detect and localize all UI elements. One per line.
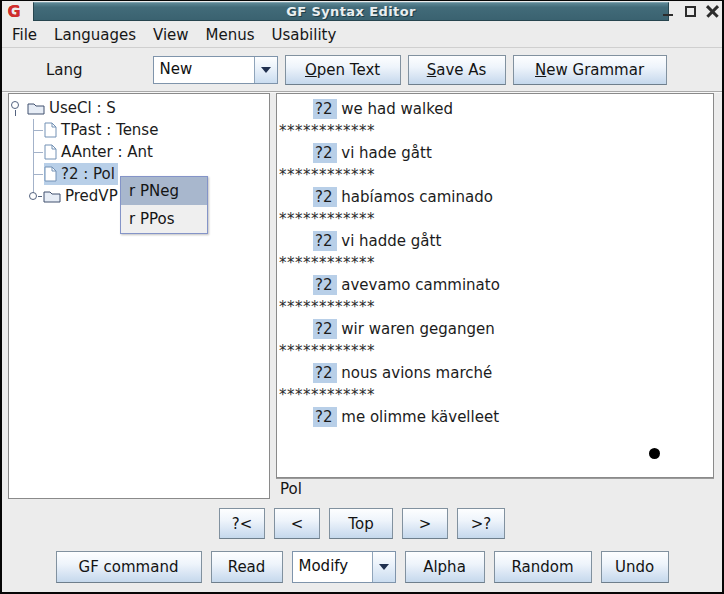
minimize-button[interactable] [662, 5, 675, 18]
metavariable-token[interactable]: ?2 [313, 275, 337, 295]
popup-item-ppos[interactable]: r PPos [121, 205, 207, 233]
new-grammar-button[interactable]: New Grammar [513, 55, 667, 85]
tree-expand-handle-icon[interactable] [11, 101, 19, 109]
linearization-german: ?2 wir waren gegangen [279, 318, 709, 340]
metavariable-token[interactable]: ?2 [313, 143, 337, 163]
top-button[interactable]: Top [329, 508, 393, 539]
linearization-spanish: ?2 habíamos caminado [279, 186, 709, 208]
folder-icon [43, 190, 61, 203]
tree-node-q2-pol-selected[interactable]: ?2 : Pol [44, 163, 118, 185]
menu-view[interactable]: View [153, 26, 189, 44]
metavariable-token[interactable]: ?2 [313, 407, 337, 427]
menu-bar: File Languages View Menus Usability [2, 22, 722, 48]
status-bar: Pol [276, 478, 714, 500]
tree-node-label: PredVP [65, 187, 118, 205]
maximize-button[interactable] [684, 5, 697, 18]
tree-node-predvp[interactable]: PredVP [43, 185, 118, 207]
tree-collapse-handle-stem [38, 196, 42, 197]
command-row: GF command Read Modify Alpha Random Undo [0, 551, 724, 583]
popup-item-pneg[interactable]: r PNeg [121, 177, 207, 205]
menu-usability[interactable]: Usability [272, 26, 337, 44]
read-button[interactable]: Read [211, 551, 283, 583]
language-separator: ************ [279, 208, 709, 230]
metavariable-token[interactable]: ?2 [313, 363, 337, 383]
tree-node-label: TPast : Tense [61, 121, 158, 139]
prev-metavariable-button[interactable]: ?< [219, 508, 265, 539]
tree-connector-stub [34, 130, 43, 131]
navigation-row: ?< < Top > >? [0, 508, 724, 539]
prev-node-button[interactable]: < [274, 508, 320, 539]
modify-select[interactable]: Modify [292, 551, 396, 583]
document-icon [44, 122, 57, 138]
language-separator: ************ [279, 340, 709, 362]
linearization-finnish: ?2 me olimme kävelleet [279, 406, 709, 428]
tree-connector-stub [34, 152, 43, 153]
syntax-tree-panel: UseCl : S TPast : Tense AAnter : Ant ?2 … [8, 93, 270, 499]
tree-node-aanter[interactable]: AAnter : Ant [44, 141, 153, 163]
lang-label: Lang [46, 61, 83, 79]
document-icon [44, 166, 57, 182]
linearization-english: ?2 we had walked [279, 98, 709, 120]
metavariable-token[interactable]: ?2 [313, 99, 337, 119]
linearization-french: ?2 nous avions marché [279, 362, 709, 384]
next-metavariable-button[interactable]: >? [457, 508, 505, 539]
tree-collapse-handle-icon[interactable] [29, 192, 37, 200]
document-icon [44, 144, 57, 160]
save-as-button[interactable]: Save As [408, 55, 506, 85]
chevron-down-icon[interactable] [254, 57, 277, 83]
lang-select-value: New [154, 57, 254, 83]
tree-node-label: UseCl : S [49, 99, 116, 117]
language-separator: ************ [279, 120, 709, 142]
gf-command-button[interactable]: GF command [56, 551, 202, 583]
linearization-panel[interactable]: ?2 we had walked ************ ?2 vi hade… [276, 93, 714, 478]
window-title: GF Syntax Editor [34, 3, 668, 20]
linearization-norwegian: ?2 vi hadde gått [279, 230, 709, 252]
window-controls [662, 2, 719, 21]
black-dot [649, 448, 660, 459]
tree-node-usecl[interactable]: UseCl : S [27, 97, 116, 119]
title-plate: GF Syntax Editor [33, 2, 669, 21]
modify-select-value: Modify [293, 552, 372, 582]
folder-icon [27, 102, 45, 115]
linearization-swedish: ?2 vi hade gått [279, 142, 709, 164]
tree-node-label: AAnter : Ant [61, 143, 153, 161]
status-text: Pol [280, 480, 302, 498]
metavariable-token[interactable]: ?2 [313, 187, 337, 207]
tree-node-label: ?2 : Pol [61, 165, 115, 183]
menu-languages[interactable]: Languages [54, 26, 136, 44]
alpha-button[interactable]: Alpha [405, 551, 485, 583]
chevron-down-icon[interactable] [372, 552, 395, 582]
app-window: G GF Syntax Editor File Languages View M… [0, 0, 724, 594]
language-separator: ************ [279, 252, 709, 274]
gf-logo-icon: G [4, 2, 24, 21]
open-text-button[interactable]: Open Text [285, 55, 401, 85]
tree-connector-stub [34, 174, 43, 175]
random-button[interactable]: Random [494, 551, 592, 583]
menu-file[interactable]: File [12, 26, 37, 44]
refine-popup-menu: r PNeg r PPos [120, 176, 208, 234]
language-separator: ************ [279, 384, 709, 406]
tree-expand-handle-stem [15, 110, 16, 116]
next-node-button[interactable]: > [402, 508, 448, 539]
linearization-italian: ?2 avevamo camminato [279, 274, 709, 296]
lang-select[interactable]: New [153, 56, 278, 84]
tree-node-tpast[interactable]: TPast : Tense [44, 119, 158, 141]
menu-menus[interactable]: Menus [206, 26, 255, 44]
metavariable-token[interactable]: ?2 [313, 319, 337, 339]
close-button[interactable] [706, 5, 719, 18]
undo-button[interactable]: Undo [601, 551, 669, 583]
toolbar: Lang New Open Text Save As New Grammar [2, 48, 722, 92]
metavariable-token[interactable]: ?2 [313, 231, 337, 251]
language-separator: ************ [279, 296, 709, 318]
title-bar: G GF Syntax Editor [2, 1, 722, 22]
language-separator: ************ [279, 164, 709, 186]
